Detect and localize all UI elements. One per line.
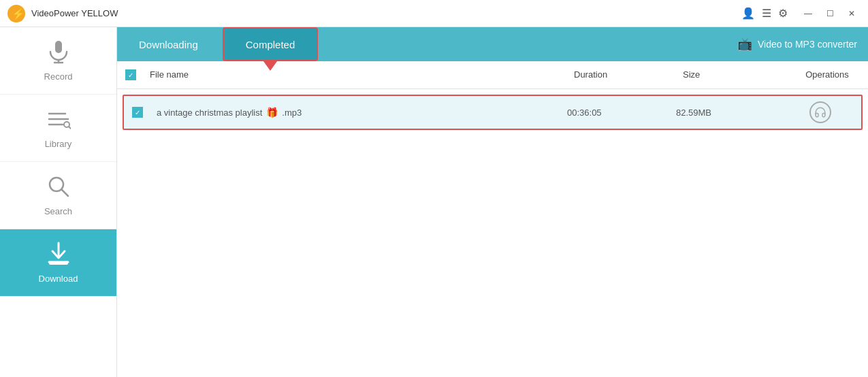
list-icon[interactable]: ☰ [762,7,771,20]
app-logo: ⚡ [7,4,26,23]
svg-point-10 [50,178,63,191]
row-filename-cell: a vintage christmas playlist 🎁 .mp3 [151,104,562,120]
sidebar-search-label: Search [44,206,72,216]
svg-rect-14 [49,262,68,265]
content-area: Downloading Completed 📺 Video to MP3 con… [117,27,868,377]
sidebar-item-library[interactable]: Library [0,95,116,162]
mic-icon [46,39,71,67]
converter-label[interactable]: Video to MP3 converter [758,39,857,50]
tab-completed[interactable]: Completed [223,27,319,61]
sidebar-download-label: Download [39,274,78,284]
maximize-button[interactable]: ☐ [820,6,839,21]
row-filename-text: a vintage christmas playlist [157,108,262,118]
title-bar: ⚡ VideoPower YELLOW 👤 ☰ ⚙ — ☐ ✕ [0,0,868,27]
tab-downloading[interactable]: Downloading [117,27,220,61]
sidebar-item-record[interactable]: Record [0,27,116,95]
row-checkbox-cell [124,104,151,120]
close-button[interactable]: ✕ [842,6,861,21]
row-duration-cell: 00:36:05 [562,105,671,120]
user-icon[interactable]: 👤 [741,7,755,20]
header-checkbox-col [117,67,144,83]
svg-rect-2 [55,41,62,53]
main-layout: Record Library Search [0,27,868,377]
row-duration: 00:36:05 [567,108,602,118]
search-icon [46,174,71,202]
gift-icon: 🎁 [266,107,278,118]
library-icon [46,107,71,135]
table-header: File name Duration Size Operations [117,61,868,89]
svg-line-9 [69,127,71,129]
sidebar-record-label: Record [44,71,73,82]
table-row: a vintage christmas playlist 🎁 .mp3 00:3… [123,95,863,130]
settings-icon[interactable]: ⚙ [778,7,788,20]
tab-arrow [263,61,277,71]
svg-line-11 [62,190,68,196]
minimize-button[interactable]: — [799,6,818,21]
header-operations: Operations [786,67,868,83]
row-operations-cell [779,99,861,126]
tab-bar: Downloading Completed 📺 Video to MP3 con… [117,27,868,61]
play-audio-button[interactable] [809,101,831,123]
row-extension: .mp3 [282,108,302,118]
row-size-cell: 82.59MB [671,105,779,120]
header-duration: Duration [568,67,677,83]
app-title: VideoPower YELLOW [31,8,741,18]
converter-toolbar: 📺 Video to MP3 converter [737,37,868,52]
title-bar-icons: 👤 ☰ ⚙ [741,7,788,20]
sidebar-item-search[interactable]: Search [0,162,116,229]
download-icon [46,242,71,269]
select-all-checkbox[interactable] [125,69,136,80]
converter-icon: 📺 [737,37,752,52]
window-controls: — ☐ ✕ [799,6,861,21]
sidebar-item-download[interactable]: Download [0,229,116,297]
svg-text:⚡: ⚡ [12,7,25,20]
header-size: Size [677,67,786,83]
sidebar-library-label: Library [45,139,72,149]
row-size: 82.59MB [676,108,711,118]
table-area: File name Duration Size Operations a vin… [117,61,868,377]
header-filename: File name [144,67,568,83]
row-checkbox[interactable] [132,107,143,118]
sidebar: Record Library Search [0,27,117,377]
